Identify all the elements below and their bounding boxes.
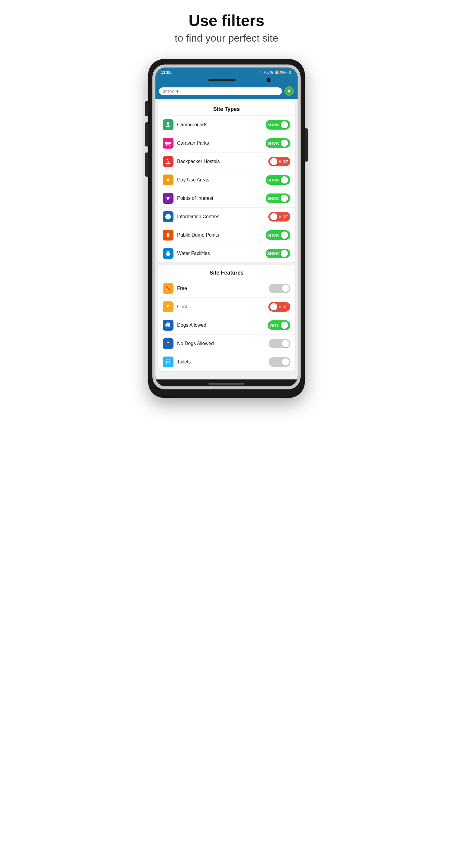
caravan-toggle-label: SHOW — [267, 141, 280, 146]
toilets-label: Toilets — [177, 359, 269, 365]
cost-label: Cost — [177, 304, 268, 310]
dump-toggle-knob — [281, 231, 288, 239]
filter-row-water: Water Facilities SHOW — [158, 244, 295, 262]
water-toggle-knob — [281, 250, 288, 257]
nodogs-toggle-knob — [282, 340, 289, 347]
dump-toggle-label: SHOW — [267, 233, 280, 238]
filter-row-backpacker: Backpacker Hostels HIDE — [158, 153, 295, 171]
backpacker-toggle[interactable]: HIDE — [268, 157, 290, 166]
page-subtitle: to find your perfect site — [175, 32, 278, 44]
water-toggle[interactable]: SHOW — [266, 249, 290, 258]
filter-row-caravan: Caravan Parks SHOW — [158, 134, 295, 153]
info-toggle-knob — [270, 213, 278, 220]
location-icon: 📍 — [258, 70, 263, 74]
front-camera — [267, 79, 270, 82]
info-toggle-label: HIDE — [279, 215, 288, 219]
map-action-button[interactable] — [284, 86, 294, 96]
svg-marker-7 — [166, 196, 171, 200]
phone-button-power — [145, 101, 148, 116]
phone-mockup: 11:00 📍 VoLTE 📶 99% 🔋 Brionville — [148, 59, 305, 398]
dogs-toggle[interactable]: WITH — [268, 320, 290, 330]
filter-row-poi: Points of Interest SHOW — [158, 189, 295, 208]
toilets-toggle[interactable] — [269, 357, 290, 367]
dump-toggle[interactable]: SHOW — [266, 230, 290, 240]
filter-row-toilets: Toilets — [158, 353, 295, 371]
svg-rect-10 — [167, 233, 169, 234]
dayuse-toggle-label: SHOW — [267, 178, 280, 182]
poi-toggle-knob — [281, 195, 288, 202]
svg-point-3 — [166, 145, 167, 146]
site-types-card: Site Types Campgrounds SHOW — [158, 101, 295, 262]
dayuse-toggle-knob — [281, 176, 288, 184]
filter-row-campgrounds: Campgrounds SHOW — [158, 116, 295, 134]
battery-charging-icon: 🔋 — [288, 70, 292, 74]
water-label: Water Facilities — [177, 251, 266, 256]
dogs-icon — [163, 320, 173, 331]
filter-row-dogs: Dogs Allowed WITH — [158, 316, 295, 335]
campgrounds-label: Campgrounds — [177, 122, 266, 127]
poi-icon — [163, 193, 173, 204]
svg-rect-1 — [165, 142, 169, 145]
caravan-toggle[interactable]: SHOW — [266, 138, 290, 148]
info-icon: i — [163, 211, 173, 222]
dogs-toggle-knob — [281, 321, 288, 329]
map-search-text: Brionville — [163, 89, 179, 93]
phone-button-right — [305, 128, 308, 161]
svg-point-4 — [169, 145, 170, 146]
filter-row-dayuse: Day Use Areas SHOW — [158, 171, 295, 189]
dayuse-icon — [163, 175, 173, 185]
phone-button-vol-down — [145, 153, 148, 177]
caravan-label: Caravan Parks — [177, 141, 266, 146]
campgrounds-icon — [163, 119, 173, 130]
dayuse-label: Day Use Areas — [177, 177, 266, 183]
wifi-icon: 📶 — [275, 70, 279, 74]
poi-label: Points of Interest — [177, 195, 266, 201]
backpacker-icon — [163, 156, 173, 167]
campgrounds-toggle-knob — [281, 121, 288, 128]
dogs-label: Dogs Allowed — [177, 322, 268, 328]
status-bar: 11:00 📍 VoLTE 📶 99% 🔋 — [155, 67, 298, 77]
nodogs-label: No Dogs Allowed — [177, 341, 269, 346]
svg-rect-11 — [167, 234, 170, 235]
filter-row-dump: Public Dump Points SHOW — [158, 226, 295, 244]
svg-point-18 — [167, 359, 168, 361]
status-time: 11:00 — [161, 70, 172, 75]
signal-icon: VoLTE — [264, 70, 273, 74]
poi-toggle[interactable]: SHOW — [266, 193, 290, 203]
free-label: Free — [177, 286, 269, 291]
free-toggle-knob — [282, 285, 289, 292]
backpacker-label: Backpacker Hostels — [177, 159, 268, 164]
free-toggle[interactable] — [269, 284, 290, 293]
campgrounds-toggle[interactable]: SHOW — [266, 120, 290, 130]
cost-icon: $ — [163, 301, 173, 312]
info-toggle[interactable]: HIDE — [268, 212, 290, 221]
filter-row-nodogs: No Dogs Allowed — [158, 335, 295, 353]
home-indicator — [208, 383, 245, 384]
backpacker-toggle-label: HIDE — [279, 159, 288, 164]
dogs-toggle-label: WITH — [269, 323, 280, 328]
free-icon: $ — [163, 283, 173, 294]
nodogs-toggle[interactable] — [269, 339, 290, 348]
filter-row-free: $ Free — [158, 279, 295, 298]
camera-bar — [155, 77, 298, 84]
site-features-title: Site Features — [158, 265, 295, 279]
toilets-icon — [163, 356, 173, 367]
campgrounds-toggle-label: SHOW — [267, 123, 280, 127]
page-title: Use filters — [189, 12, 264, 29]
svg-marker-0 — [288, 89, 290, 93]
water-toggle-label: SHOW — [267, 251, 280, 256]
dayuse-toggle[interactable]: SHOW — [266, 175, 290, 185]
battery-icon: 99% — [280, 70, 287, 74]
site-features-card: Site Features $ Free $ — [158, 265, 295, 371]
cost-toggle[interactable]: HIDE — [268, 302, 290, 312]
info-label: Information Centres — [177, 214, 268, 219]
dump-icon — [163, 230, 173, 241]
water-icon — [163, 248, 173, 259]
bottom-spacer — [155, 373, 298, 379]
map-search-box[interactable]: Brionville — [159, 87, 282, 95]
toilets-toggle-knob — [282, 358, 289, 366]
phone-home-bar — [155, 379, 298, 386]
caravan-toggle-knob — [281, 140, 288, 147]
svg-text:i: i — [167, 215, 169, 219]
phone-frame: 11:00 📍 VoLTE 📶 99% 🔋 Brionville — [153, 64, 300, 390]
